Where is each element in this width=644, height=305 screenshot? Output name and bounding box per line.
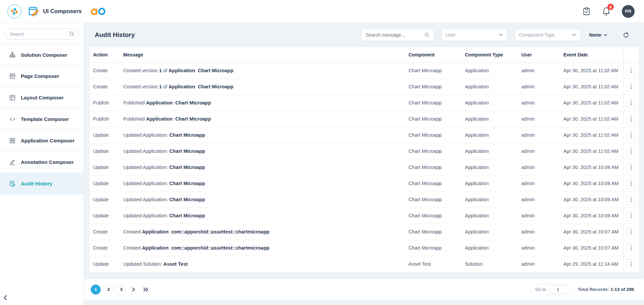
user-filter-label: User [446,32,456,38]
cell-message: Published Application: Chart Microapp [120,95,405,111]
table-row[interactable]: Create Created Application: com::apporch… [90,240,639,256]
cell-row-actions [623,79,639,95]
cell-action: Create [90,79,120,95]
chevron-down-icon [499,34,503,36]
row-menu-button[interactable] [626,162,636,172]
message-search-input[interactable] [366,32,420,38]
solution-composer-icon [9,51,16,58]
notifications-button[interactable]: 8 [602,7,610,16]
row-menu-button[interactable] [626,259,636,269]
cell-user: admin [518,143,560,159]
component-type-filter-label: Component Type [519,32,555,38]
cell-message: Created Application: com::apporchid::ass… [120,224,405,240]
table-row[interactable]: Update Updated Application: Chart Microa… [90,143,639,159]
table-row[interactable]: Publish Published Application: Chart Mic… [90,95,639,111]
cell-user: admin [518,111,560,127]
page-button-2[interactable]: 2 [103,285,114,295]
row-menu-button[interactable] [626,178,636,188]
sidebar-item-template-composer[interactable]: Template Composer [0,108,84,130]
row-menu-button[interactable] [626,82,636,92]
table-row[interactable]: Update Updated Application: Chart Microa… [90,175,639,191]
table-row[interactable]: Create Created version 1 of Application:… [90,62,639,79]
component-type-filter-dropdown[interactable]: Component Type [515,29,581,41]
page-button-3[interactable]: 3 [116,285,126,295]
row-menu-button[interactable] [626,211,636,221]
cell-message: Created Application: com::apporchid::ass… [120,240,405,256]
sidebar-item-layout-composer[interactable]: Layout Composer [0,87,84,108]
avatar[interactable]: PR [622,5,635,18]
kebab-icon [631,181,632,182]
cell-action: Publish [90,95,120,111]
goto-page-input[interactable] [549,286,567,294]
table-row[interactable]: Update Updated Application: Chart Microa… [90,127,639,143]
cell-component-type: Application [462,224,518,240]
table-row[interactable]: Create Created version 1 of Application:… [90,79,639,95]
topbar: UI Composers [0,0,644,23]
table-header-row: Action Message Component Component Type … [90,47,639,62]
tasks-button[interactable] [583,7,591,16]
sidebar-item-audit-history[interactable]: Audit History [0,173,84,194]
cell-message: Published Application: Chart Microapp [120,111,405,127]
sidebar-collapse-button[interactable] [3,295,8,302]
audit-table: Action Message Component Component Type … [90,47,639,272]
cell-component: Chart Microapp [405,240,462,256]
cell-user: admin [518,256,560,272]
row-menu-button[interactable] [626,114,636,124]
total-records: Total Records: 1-13 of 298 [578,287,634,292]
cell-user: admin [518,127,560,143]
refresh-button[interactable] [623,32,629,38]
table-row[interactable]: Create Created Application: com::apporch… [90,224,639,240]
row-menu-button[interactable] [626,194,636,205]
row-menu-button[interactable] [626,66,636,76]
kebab-icon [631,100,632,101]
search-icon [69,31,75,37]
table-row[interactable]: Update Updated Application: Chart Microa… [90,191,639,208]
pagination-pages: 123 [91,285,151,295]
none-filter-dropdown[interactable]: None [589,32,607,38]
table-row[interactable]: Publish Published Application: Chart Mic… [90,111,639,127]
col-header-event-date: Event Date [560,47,623,62]
user-filter-dropdown[interactable]: User [441,29,507,41]
cell-message: Updated Application: Chart Microapp [120,159,405,175]
row-menu-button[interactable] [626,130,636,140]
cell-event-date: Apr 30, 2025 at 10:08 AM [560,191,623,208]
cell-component: Asset Test [405,256,462,272]
app-title: UI Composers [43,8,82,15]
search-icon [424,32,430,38]
cell-message: Updated Application: Chart Microapp [120,208,405,224]
page-button-1[interactable]: 1 [91,285,101,295]
next-page-button[interactable] [129,287,138,292]
cell-action: Update [90,175,120,191]
app-orchid-logo-icon[interactable] [7,4,22,18]
sidebar-item-solution-composer[interactable]: Solution Composer [0,44,84,66]
sidebar-search-input[interactable] [4,29,79,40]
cell-action: Update [90,256,120,272]
message-search-box [361,29,434,41]
cell-row-actions [623,191,639,208]
sidebar-item-annotation-composer[interactable]: Annotation Composer [0,151,84,173]
row-menu-button[interactable] [626,146,636,156]
sidebar-item-label: Annotation Composer [21,159,74,165]
col-header-row-actions [623,47,639,62]
sidebar-item-label: Layout Composer [21,95,64,100]
last-page-button[interactable] [140,287,151,292]
cell-row-actions [623,127,639,143]
sidebar-item-application-composer[interactable]: Application Composer [0,130,84,151]
row-menu-button[interactable] [626,243,636,253]
table-row[interactable]: Update Updated Application: Chart Microa… [90,208,639,224]
sidebar-item-label: Template Composer [21,116,69,122]
row-menu-button[interactable] [626,98,636,108]
table-row[interactable]: Update Updated Application: Chart Microa… [90,159,639,175]
sidebar-item-label: Solution Composer [21,52,67,58]
cell-user: admin [518,175,560,191]
kebab-icon [631,262,632,263]
cell-component: Chart Microapp [405,143,462,159]
cell-user: admin [518,159,560,175]
table-row[interactable]: Update Updated Solution: Asset Test Asse… [90,256,639,272]
sidebar-item-page-composer[interactable]: Page Composer [0,66,84,87]
cell-action: Create [90,62,120,79]
cell-event-date: Apr 30, 2025 at 10:07 AM [560,224,623,240]
cell-event-date: Apr 30, 2025 at 11:02 AM [560,62,623,79]
kebab-icon [631,246,632,247]
row-menu-button[interactable] [626,227,636,237]
